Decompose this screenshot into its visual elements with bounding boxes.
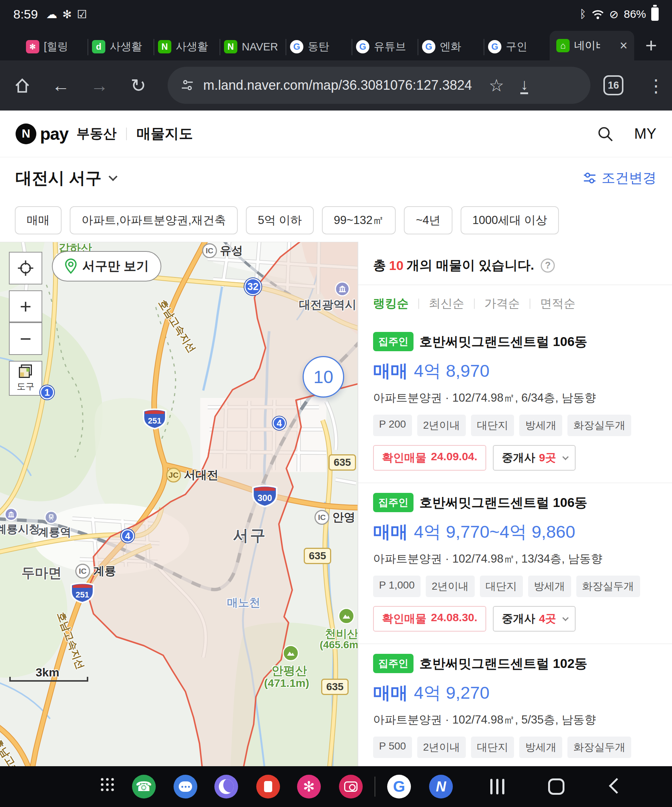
- content-split: 갑하산 (468.7m) 서구만 보기 + − 도구 IC 유성: [0, 242, 672, 766]
- sort-ranking[interactable]: 랭킹순: [373, 296, 409, 312]
- naver-land-app-icon[interactable]: N: [429, 775, 453, 799]
- owner-badge: 집주인: [373, 493, 413, 512]
- tab-dongtan[interactable]: G 동탄: [286, 33, 352, 60]
- tab-favicon: G: [290, 40, 304, 53]
- listing-cluster-marker[interactable]: 10: [303, 356, 344, 398]
- confirm-date: 24.09.04.: [431, 450, 477, 465]
- listing-card[interactable]: 집주인 호반써밋그랜드센트럴 106동 매매 4억 8,970 아파트분양권 ·…: [358, 322, 672, 483]
- chip-trade-type[interactable]: 매매: [15, 206, 61, 234]
- region-selector[interactable]: 대전시 서구: [16, 167, 114, 189]
- status-bar: 8:59 ☁ ✻ ☑ ᛒ ⊘ 86%: [0, 0, 672, 28]
- tag: 2년이내: [426, 576, 475, 597]
- tab-privacy-n[interactable]: N 사생활: [154, 33, 219, 60]
- url-bar[interactable]: m.land.naver.com/map/36.3081076:127.3824…: [168, 67, 591, 104]
- zoom-out-button[interactable]: −: [9, 322, 42, 355]
- tab-jobs[interactable]: G 구인: [485, 33, 549, 60]
- tab-youtube[interactable]: G 유튜브: [352, 33, 418, 60]
- tab-favicon: N: [224, 40, 237, 53]
- reload-icon[interactable]: ↻: [131, 60, 146, 111]
- help-icon[interactable]: ?: [541, 259, 555, 272]
- google-app-icon[interactable]: G: [387, 775, 411, 799]
- tab-switcher-button[interactable]: 16: [603, 75, 624, 95]
- tab-naver-land-active[interactable]: ⌂ 네이버 ×: [549, 31, 634, 60]
- map-viewport[interactable]: 갑하산 (468.7m) 서구만 보기 + − 도구 IC 유성: [0, 242, 357, 766]
- tag: 대단지: [471, 737, 514, 758]
- bookmark-star-icon[interactable]: ☆: [489, 75, 504, 95]
- listing-detail: 아파트분양권 · 102/74.98㎡, 6/34층, 남동향: [373, 390, 657, 406]
- chip-area[interactable]: 99~132㎡: [322, 206, 396, 234]
- stream-label: 매노천: [227, 595, 261, 611]
- close-tab-icon[interactable]: ×: [620, 38, 627, 53]
- zoom-in-button[interactable]: +: [9, 291, 42, 322]
- new-tab-button[interactable]: +: [645, 34, 657, 57]
- poi-label-station: 계룡역: [38, 525, 71, 540]
- search-icon[interactable]: [597, 126, 613, 142]
- tab-yen[interactable]: G 엔화: [418, 33, 484, 60]
- agents-dropdown[interactable]: 중개사 9곳: [493, 445, 576, 471]
- listing-card[interactable]: 집주인 호반써밋그랜드센트럴 106동 매매 4억 9,770~4억 9,860…: [358, 483, 672, 644]
- samsung-internet-app-icon[interactable]: [214, 775, 238, 799]
- agents-dropdown[interactable]: 중개사 4곳: [493, 606, 576, 632]
- mountain-elevation: (465.6m: [320, 639, 357, 651]
- forward-icon[interactable]: →: [91, 60, 108, 111]
- view-district-only-button[interactable]: 서구만 보기: [52, 251, 161, 281]
- flower-app-icon[interactable]: ✻: [297, 775, 321, 799]
- tab-privacy-d[interactable]: d 사생활: [88, 33, 154, 60]
- route-badge-635: 635: [304, 548, 331, 564]
- back-icon[interactable]: ←: [52, 60, 70, 111]
- naver-pay-logo[interactable]: N: [16, 123, 37, 144]
- ic-gyeryong: IC 계룡: [75, 563, 116, 579]
- listing-price: 4억 9,270: [414, 681, 489, 705]
- service-name[interactable]: 부동산: [76, 125, 116, 143]
- tag: 화장실두개: [567, 415, 631, 436]
- chip-households[interactable]: 1000세대 이상: [461, 206, 559, 234]
- chevron-down-icon: [562, 453, 569, 460]
- listing-card[interactable]: 집주인 호반써밋그랜드센트럴 102동 매매 4억 9,270 아파트분양권 ·…: [358, 644, 672, 766]
- home-icon[interactable]: [13, 60, 31, 111]
- tab-naver[interactable]: N NAVER: [220, 33, 285, 60]
- map-pin-icon: [65, 258, 77, 274]
- red-app-icon[interactable]: [256, 775, 280, 799]
- browser-tab-strip: ✻ [힐링 d 사생활 N 사생활 N NAVER G 동탄 G 유튜브 G 엔…: [0, 28, 672, 60]
- filter-sliders-icon: [582, 171, 597, 186]
- route-shield-32: 32: [244, 278, 261, 295]
- sort-price[interactable]: 가격순: [485, 296, 520, 312]
- site-settings-icon[interactable]: [180, 78, 194, 92]
- download-icon[interactable]: ↓: [520, 77, 528, 94]
- messages-app-icon[interactable]: [174, 775, 197, 799]
- back-button[interactable]: [609, 778, 624, 794]
- confirmed-listing-box: 확인매물 24.09.04.: [373, 445, 486, 471]
- my-menu[interactable]: MY: [634, 125, 656, 142]
- route-shield-1: 1: [40, 385, 54, 399]
- confirm-date: 24.08.30.: [431, 611, 477, 626]
- condition-change-button[interactable]: 조건변경: [582, 169, 656, 187]
- map-tools-button[interactable]: 도구: [9, 361, 42, 396]
- locate-me-button[interactable]: [9, 252, 42, 284]
- sort-newest[interactable]: 최신순: [429, 296, 464, 312]
- browser-toolbar: ← → ↻ m.land.naver.com/map/36.3081076:12…: [0, 60, 672, 111]
- expressway-shield-251: 251: [142, 407, 167, 430]
- app-drawer-icon[interactable]: [101, 778, 114, 791]
- tab-healing[interactable]: ✻ [힐링: [22, 33, 88, 60]
- city-label-daejeon: 대전광역시: [299, 297, 357, 313]
- trade-type: 매매: [373, 681, 408, 705]
- tag: P 500: [373, 737, 412, 758]
- chip-property-type[interactable]: 아파트,아파트분양권,재건축: [70, 206, 238, 234]
- chip-age[interactable]: ~4년: [404, 206, 452, 234]
- battery-percent: 86%: [624, 8, 646, 20]
- district-label-seogu: 서구: [233, 525, 267, 546]
- owner-badge: 집주인: [373, 654, 413, 673]
- home-button[interactable]: [548, 779, 564, 795]
- sort-area[interactable]: 면적순: [540, 296, 576, 312]
- tag-row: P 500 2년이내 대단지 방세개 화장실두개: [373, 737, 657, 758]
- url-text[interactable]: m.land.naver.com/map/36.3081076:127.3824: [203, 78, 485, 93]
- camera-app-icon[interactable]: [339, 775, 363, 799]
- tag: 화장실두개: [576, 576, 640, 597]
- menu-kebab-icon[interactable]: ⋮: [647, 60, 665, 111]
- svg-text:251: 251: [76, 590, 90, 599]
- chip-price[interactable]: 5억 이하: [246, 206, 314, 234]
- phone-app-icon[interactable]: ☎: [132, 775, 156, 799]
- tab-favicon: G: [356, 40, 369, 53]
- recents-button[interactable]: [490, 779, 504, 794]
- no-signal-icon: ⊘: [609, 8, 619, 21]
